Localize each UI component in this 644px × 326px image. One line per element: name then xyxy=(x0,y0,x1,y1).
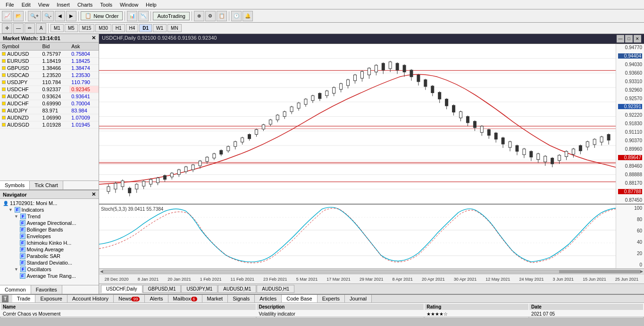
tf-mn[interactable]: MN xyxy=(167,24,182,32)
market-watch-row[interactable]: AUDUSD 0.75797 0.75804 xyxy=(0,51,99,58)
mw-tab-tick[interactable]: Tick Chart xyxy=(30,181,63,189)
oscillators-icon: F xyxy=(20,266,26,272)
zoom-in-btn[interactable]: 🔍+ xyxy=(28,11,41,21)
new-order-btn[interactable]: 📋 New Order xyxy=(81,11,123,20)
chart-tab-audusd-h1[interactable]: AUDUSD,H1 xyxy=(257,285,294,293)
tf-h1[interactable]: H1 xyxy=(112,24,125,32)
terminal-tab-articles[interactable]: Articles xyxy=(255,295,282,302)
nav-trend[interactable]: ▼ F Trend xyxy=(1,213,98,220)
scroll-right-arrow[interactable]: ▶ xyxy=(640,269,643,274)
market-watch-row[interactable]: AUDCHF 0.69990 0.70004 xyxy=(0,100,99,107)
nav-parabolic-sar[interactable]: F Parabolic SAR xyxy=(1,253,98,259)
nav-account[interactable]: 👤 11702901: Moni M... xyxy=(1,200,98,206)
mw-symbol: EURUSD xyxy=(0,58,40,65)
nav-moving-avg[interactable]: F Moving Average xyxy=(1,246,98,253)
scroll-track[interactable] xyxy=(103,270,640,274)
tf-m15[interactable]: M15 xyxy=(79,24,94,32)
tf-d1[interactable]: D1 xyxy=(139,24,152,32)
line-btn[interactable]: — xyxy=(13,23,24,34)
table-row[interactable]: Corrér Chaos vs Movement Volatility indi… xyxy=(1,311,643,317)
trend-icon: F xyxy=(20,214,26,219)
text-btn[interactable]: A xyxy=(36,23,46,34)
terminal-tab-mailbox[interactable]: Mailbox6 xyxy=(168,295,202,302)
cell-rating: ★★★★☆ xyxy=(425,311,528,317)
nav-avg-dir[interactable]: F Average Directional... xyxy=(1,220,98,226)
market-watch-row[interactable]: AUDJPY 83.971 83.984 xyxy=(0,107,99,114)
nav-oscillators[interactable]: ▼ F Oscillators xyxy=(1,266,98,273)
open-btn[interactable]: 📂 xyxy=(13,11,24,21)
draw-btn[interactable]: ✏ xyxy=(25,23,35,34)
menu-item-edit[interactable]: Edit xyxy=(18,1,34,9)
zoom-chart-btn[interactable]: ⊕ xyxy=(194,11,204,21)
tf-m1[interactable]: M1 xyxy=(50,24,64,32)
chart-tab-usdjpy[interactable]: USDJPY,M1 xyxy=(181,285,217,293)
chart-tab-gbpusd[interactable]: GBPUSD,M1 xyxy=(143,285,181,293)
navigator-content[interactable]: 👤 11702901: Moni M... ▼ F Indicators ▼ F… xyxy=(0,199,99,285)
new-chart-btn[interactable]: 📈 xyxy=(2,11,12,21)
alert-btn[interactable]: 🔔 xyxy=(243,11,253,21)
chart-tab-audusd-m1[interactable]: AUDUSD,M1 xyxy=(218,285,256,293)
market-watch-row[interactable]: USDJPY 110.784 110.790 xyxy=(0,79,99,86)
market-watch-row[interactable]: GBPUSD 1.38466 1.38474 xyxy=(0,65,99,72)
market-watch-row[interactable]: USDCAD 1.23520 1.23530 xyxy=(0,72,99,79)
tf-h4[interactable]: H4 xyxy=(126,24,139,32)
menu-item-view[interactable]: View xyxy=(34,1,53,9)
nav-tab-favorites[interactable]: Favorites xyxy=(31,285,62,294)
terminal-tab-codebase[interactable]: Code Base xyxy=(282,295,317,302)
tf-m5[interactable]: M5 xyxy=(65,24,78,32)
time-label-0: 28 Dec 2020 xyxy=(105,277,129,282)
menu-item-tools[interactable]: Tools xyxy=(96,1,116,9)
market-watch-scroll[interactable]: Symbol Bid Ask AUDUSD 0.75797 0.75804 EU… xyxy=(0,43,99,180)
market-watch-row[interactable]: AUDNZD 1.06990 1.07009 xyxy=(0,114,99,121)
nav-ichimoku[interactable]: F Ichimoku Kinko H... xyxy=(1,240,98,246)
market-watch-row[interactable]: AUDSGD 1.01928 1.01945 xyxy=(0,121,99,129)
navigator-close[interactable]: ✕ xyxy=(92,191,96,197)
scroll-right-btn[interactable]: ▶ xyxy=(66,11,76,21)
terminal-tab-market[interactable]: Market xyxy=(202,295,228,302)
terminal-tab-journal[interactable]: Journal xyxy=(345,295,372,302)
terminal-tab-signals[interactable]: Signals xyxy=(228,295,255,302)
tf-m30[interactable]: M30 xyxy=(95,24,111,32)
nav-avg-true-range[interactable]: F Average True Rang... xyxy=(1,273,98,279)
terminal-tab-trade[interactable]: Trade xyxy=(12,295,35,302)
chart-tab-usdchf[interactable]: USDCHF,Daily xyxy=(101,285,142,293)
terminal-tab-history[interactable]: Account History xyxy=(67,295,114,302)
navigator-header: Navigator ✕ xyxy=(0,190,99,199)
terminal-tab-exposure[interactable]: Exposure xyxy=(35,295,67,302)
chart-scrollbar[interactable]: ◀ ▶ xyxy=(99,268,644,274)
timer-btn[interactable]: 🕐 xyxy=(231,11,242,21)
menu-item-charts[interactable]: Charts xyxy=(74,1,96,9)
autotrading-btn[interactable]: AutoTrading xyxy=(153,12,190,20)
scroll-left-btn[interactable]: ◀ xyxy=(55,11,65,21)
menu-item-help[interactable]: Help xyxy=(142,1,160,9)
properties-btn[interactable]: ⚙ xyxy=(205,11,216,21)
menu-item-window[interactable]: Window xyxy=(116,1,142,9)
nav-std-dev[interactable]: F Standard Deviatio... xyxy=(1,259,98,266)
mw-tab-symbols[interactable]: Symbols xyxy=(0,181,30,189)
nav-envelopes[interactable]: F Envelopes xyxy=(1,233,98,240)
main-chart[interactable]: 0.94770 0.94404 0.94030 0.93660 0.93310 … xyxy=(99,44,644,205)
terminal-tab-news[interactable]: News99 xyxy=(114,295,145,302)
terminal-tab-experts[interactable]: Experts xyxy=(318,295,345,302)
chart-max-btn[interactable]: □ xyxy=(625,35,633,43)
zoom-out-btn[interactable]: 🔍- xyxy=(42,11,54,21)
market-watch-row[interactable]: AUDCAD 0.93624 0.93641 xyxy=(0,93,99,100)
market-watch-row[interactable]: EURUSD 1.18419 1.18425 xyxy=(0,58,99,65)
nav-bollinger[interactable]: F Bollinger Bands xyxy=(1,226,98,233)
menu-item-insert[interactable]: Insert xyxy=(53,1,74,9)
chart-close-btn[interactable]: ✕ xyxy=(634,35,641,43)
tf-w1[interactable]: W1 xyxy=(153,24,167,32)
crosshair-btn[interactable]: ✛ xyxy=(2,23,12,34)
history-btn[interactable]: 📊 xyxy=(127,11,137,21)
indicator-chart[interactable]: Stoch(5,3,3) 39.0411 55.7384 xyxy=(99,205,644,268)
market-watch-row[interactable]: USDCHF 0.92337 0.92345 xyxy=(0,86,99,93)
menu-item-file[interactable]: File xyxy=(2,1,18,9)
terminal-tab-alerts[interactable]: Alerts xyxy=(145,295,168,302)
nav-tab-common[interactable]: Common xyxy=(0,285,31,294)
indicators-btn[interactable]: 📉 xyxy=(138,11,149,21)
scroll-thumb[interactable] xyxy=(559,270,640,273)
template-btn[interactable]: 📋 xyxy=(217,11,227,21)
nav-indicators[interactable]: ▼ F Indicators xyxy=(1,206,98,213)
chart-min-btn[interactable]: — xyxy=(617,35,624,43)
market-watch-close[interactable]: ✕ xyxy=(92,35,96,41)
